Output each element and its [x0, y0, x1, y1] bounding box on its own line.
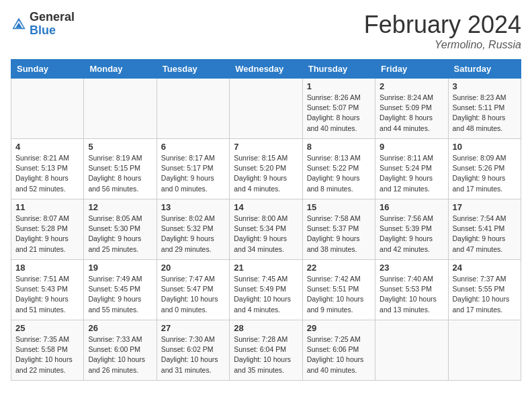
day-info: Sunrise: 7:30 AM Sunset: 6:02 PM Dayligh… — [161, 334, 225, 375]
day-number: 8 — [307, 142, 371, 152]
day-number: 17 — [453, 202, 517, 212]
day-number: 10 — [453, 142, 517, 152]
calendar-cell: 4Sunrise: 8:21 AM Sunset: 5:13 PM Daylig… — [11, 139, 84, 199]
calendar-cell: 23Sunrise: 7:40 AM Sunset: 5:53 PM Dayli… — [375, 260, 448, 320]
day-number: 25 — [15, 323, 79, 333]
header-friday: Friday — [375, 60, 448, 79]
logo-general-text: General — [30, 11, 75, 24]
calendar-cell: 8Sunrise: 8:13 AM Sunset: 5:22 PM Daylig… — [302, 139, 375, 199]
day-number: 7 — [234, 142, 298, 152]
day-number: 4 — [15, 142, 79, 152]
day-number: 14 — [234, 202, 298, 212]
day-info: Sunrise: 7:49 AM Sunset: 5:45 PM Dayligh… — [88, 274, 152, 315]
day-info: Sunrise: 8:02 AM Sunset: 5:32 PM Dayligh… — [161, 214, 225, 255]
day-info: Sunrise: 8:23 AM Sunset: 5:11 PM Dayligh… — [453, 93, 517, 134]
day-number: 1 — [307, 81, 371, 91]
page-header: General Blue February 2024 Yermolino, Ru… — [11, 11, 521, 51]
calendar-cell: 10Sunrise: 8:09 AM Sunset: 5:26 PM Dayli… — [448, 139, 521, 199]
calendar-cell: 12Sunrise: 8:05 AM Sunset: 5:30 PM Dayli… — [84, 199, 157, 260]
calendar-cell: 18Sunrise: 7:51 AM Sunset: 5:43 PM Dayli… — [11, 260, 84, 320]
day-info: Sunrise: 7:28 AM Sunset: 6:04 PM Dayligh… — [234, 334, 298, 375]
header-tuesday: Tuesday — [157, 60, 229, 79]
calendar-week-4: 18Sunrise: 7:51 AM Sunset: 5:43 PM Dayli… — [11, 260, 521, 320]
calendar-cell: 20Sunrise: 7:47 AM Sunset: 5:47 PM Dayli… — [157, 260, 229, 320]
calendar-week-2: 4Sunrise: 8:21 AM Sunset: 5:13 PM Daylig… — [11, 139, 521, 199]
calendar-cell: 6Sunrise: 8:17 AM Sunset: 5:17 PM Daylig… — [157, 139, 229, 199]
day-info: Sunrise: 8:15 AM Sunset: 5:20 PM Dayligh… — [234, 153, 298, 194]
calendar-cell: 11Sunrise: 8:07 AM Sunset: 5:28 PM Dayli… — [11, 199, 84, 260]
day-number: 23 — [380, 263, 443, 273]
calendar-cell — [84, 79, 157, 139]
calendar-cell: 1Sunrise: 8:26 AM Sunset: 5:07 PM Daylig… — [302, 79, 375, 139]
calendar-cell: 19Sunrise: 7:49 AM Sunset: 5:45 PM Dayli… — [84, 260, 157, 320]
day-info: Sunrise: 8:09 AM Sunset: 5:26 PM Dayligh… — [453, 153, 517, 194]
day-info: Sunrise: 7:25 AM Sunset: 6:06 PM Dayligh… — [307, 334, 371, 375]
day-info: Sunrise: 7:45 AM Sunset: 5:49 PM Dayligh… — [234, 274, 298, 315]
calendar-cell — [448, 320, 521, 381]
calendar-cell — [230, 79, 302, 139]
calendar-body: 1Sunrise: 8:26 AM Sunset: 5:07 PM Daylig… — [11, 79, 521, 381]
logo-blue-text: Blue — [30, 24, 75, 38]
logo: General Blue — [11, 11, 75, 38]
day-info: Sunrise: 8:21 AM Sunset: 5:13 PM Dayligh… — [15, 153, 79, 194]
day-number: 27 — [161, 323, 225, 333]
day-info: Sunrise: 8:17 AM Sunset: 5:17 PM Dayligh… — [161, 153, 225, 194]
day-info: Sunrise: 7:51 AM Sunset: 5:43 PM Dayligh… — [15, 274, 79, 315]
day-number: 26 — [88, 323, 152, 333]
day-info: Sunrise: 8:24 AM Sunset: 5:09 PM Dayligh… — [380, 93, 443, 134]
month-year: February 2024 — [364, 11, 521, 39]
day-info: Sunrise: 7:37 AM Sunset: 5:55 PM Dayligh… — [453, 274, 517, 315]
header-thursday: Thursday — [302, 60, 375, 79]
calendar-cell: 14Sunrise: 8:00 AM Sunset: 5:34 PM Dayli… — [230, 199, 302, 260]
calendar-cell — [157, 79, 229, 139]
logo-icon — [11, 16, 27, 32]
day-info: Sunrise: 7:33 AM Sunset: 6:00 PM Dayligh… — [88, 334, 152, 375]
day-info: Sunrise: 7:47 AM Sunset: 5:47 PM Dayligh… — [161, 274, 225, 315]
day-info: Sunrise: 7:35 AM Sunset: 5:58 PM Dayligh… — [15, 334, 79, 375]
calendar-week-3: 11Sunrise: 8:07 AM Sunset: 5:28 PM Dayli… — [11, 199, 521, 260]
day-number: 5 — [88, 142, 152, 152]
calendar-cell: 25Sunrise: 7:35 AM Sunset: 5:58 PM Dayli… — [11, 320, 84, 381]
day-number: 19 — [88, 263, 152, 273]
header-saturday: Saturday — [448, 60, 521, 79]
calendar-week-5: 25Sunrise: 7:35 AM Sunset: 5:58 PM Dayli… — [11, 320, 521, 381]
day-number: 9 — [380, 142, 443, 152]
calendar-cell: 16Sunrise: 7:56 AM Sunset: 5:39 PM Dayli… — [375, 199, 448, 260]
day-info: Sunrise: 8:13 AM Sunset: 5:22 PM Dayligh… — [307, 153, 371, 194]
calendar-cell: 27Sunrise: 7:30 AM Sunset: 6:02 PM Dayli… — [157, 320, 229, 381]
calendar-week-1: 1Sunrise: 8:26 AM Sunset: 5:07 PM Daylig… — [11, 79, 521, 139]
day-number: 21 — [234, 263, 298, 273]
day-number: 22 — [307, 263, 371, 273]
calendar-cell: 7Sunrise: 8:15 AM Sunset: 5:20 PM Daylig… — [230, 139, 302, 199]
calendar-cell: 28Sunrise: 7:28 AM Sunset: 6:04 PM Dayli… — [230, 320, 302, 381]
day-info: Sunrise: 8:00 AM Sunset: 5:34 PM Dayligh… — [234, 214, 298, 255]
header-monday: Monday — [84, 60, 157, 79]
calendar-cell: 3Sunrise: 8:23 AM Sunset: 5:11 PM Daylig… — [448, 79, 521, 139]
calendar-cell: 2Sunrise: 8:24 AM Sunset: 5:09 PM Daylig… — [375, 79, 448, 139]
day-info: Sunrise: 7:56 AM Sunset: 5:39 PM Dayligh… — [380, 214, 443, 255]
day-number: 20 — [161, 263, 225, 273]
day-info: Sunrise: 7:40 AM Sunset: 5:53 PM Dayligh… — [380, 274, 443, 315]
day-info: Sunrise: 8:07 AM Sunset: 5:28 PM Dayligh… — [15, 214, 79, 255]
day-number: 6 — [161, 142, 225, 152]
title-block: February 2024 Yermolino, Russia — [364, 11, 521, 51]
location: Yermolino, Russia — [364, 39, 521, 51]
day-info: Sunrise: 7:42 AM Sunset: 5:51 PM Dayligh… — [307, 274, 371, 315]
day-info: Sunrise: 8:19 AM Sunset: 5:15 PM Dayligh… — [88, 153, 152, 194]
calendar-cell: 21Sunrise: 7:45 AM Sunset: 5:49 PM Dayli… — [230, 260, 302, 320]
calendar-cell: 9Sunrise: 8:11 AM Sunset: 5:24 PM Daylig… — [375, 139, 448, 199]
calendar-header-row: SundayMondayTuesdayWednesdayThursdayFrid… — [11, 60, 521, 79]
calendar-cell: 22Sunrise: 7:42 AM Sunset: 5:51 PM Dayli… — [302, 260, 375, 320]
calendar-cell — [11, 79, 84, 139]
calendar-cell: 26Sunrise: 7:33 AM Sunset: 6:00 PM Dayli… — [84, 320, 157, 381]
calendar-cell: 29Sunrise: 7:25 AM Sunset: 6:06 PM Dayli… — [302, 320, 375, 381]
day-info: Sunrise: 8:11 AM Sunset: 5:24 PM Dayligh… — [380, 153, 443, 194]
calendar-table: SundayMondayTuesdayWednesdayThursdayFrid… — [11, 59, 521, 381]
day-number: 11 — [15, 202, 79, 212]
day-info: Sunrise: 8:26 AM Sunset: 5:07 PM Dayligh… — [307, 93, 371, 134]
calendar-cell: 24Sunrise: 7:37 AM Sunset: 5:55 PM Dayli… — [448, 260, 521, 320]
calendar-cell: 5Sunrise: 8:19 AM Sunset: 5:15 PM Daylig… — [84, 139, 157, 199]
day-number: 3 — [453, 81, 517, 91]
day-info: Sunrise: 7:54 AM Sunset: 5:41 PM Dayligh… — [453, 214, 517, 255]
day-number: 12 — [88, 202, 152, 212]
